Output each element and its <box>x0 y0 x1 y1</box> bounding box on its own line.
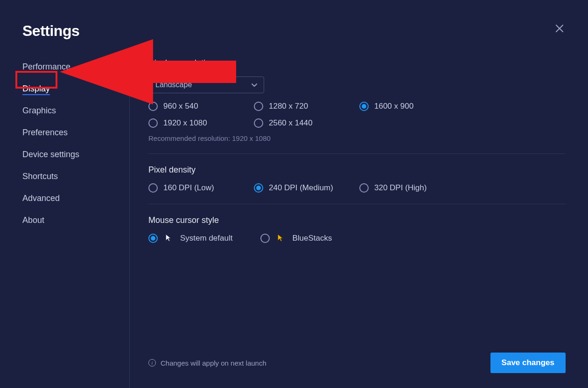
cursor-option-bluestacks[interactable]: BlueStacks <box>260 234 332 243</box>
sidebar-item-label: Performance <box>22 62 70 71</box>
footer: i Changes will apply on next launch Save… <box>148 343 566 388</box>
radio-icon <box>254 118 263 128</box>
radio-label: BlueStacks <box>292 234 332 243</box>
resolution-hint: Recommended resolution: 1920 x 1080 <box>148 134 566 142</box>
sidebar-item-device-settings[interactable]: Device settings <box>22 146 120 163</box>
dpi-options: 160 DPI (Low) 240 DPI (Medium) 320 DPI (… <box>148 183 566 193</box>
radio-icon <box>359 102 369 111</box>
radio-label: 1920 x 1080 <box>163 118 207 128</box>
radio-icon <box>148 118 158 128</box>
notice-text: Changes will apply on next launch <box>161 359 266 367</box>
sidebar-item-label: Display <box>22 84 50 95</box>
select-value: Landscape <box>155 81 192 89</box>
sidebar-item-advanced[interactable]: Advanced <box>22 190 120 207</box>
radio-label: System default <box>180 234 232 243</box>
dpi-option-160[interactable]: 160 DPI (Low) <box>148 183 254 193</box>
radio-icon <box>254 183 263 193</box>
launch-notice: i Changes will apply on next launch <box>148 359 266 367</box>
sidebar-item-about[interactable]: About <box>22 212 120 229</box>
resolution-option-2560x1440[interactable]: 2560 x 1440 <box>254 118 359 128</box>
radio-label: 1600 x 900 <box>374 102 413 111</box>
close-icon <box>555 23 564 35</box>
sidebar-item-label: Preferences <box>22 128 68 137</box>
radio-icon <box>148 102 158 111</box>
resolution-option-960x540[interactable]: 960 x 540 <box>148 102 254 111</box>
dpi-option-320[interactable]: 320 DPI (High) <box>359 183 465 193</box>
save-changes-button[interactable]: Save changes <box>490 353 566 373</box>
sidebar-item-label: Graphics <box>22 106 56 115</box>
radio-label: 240 DPI (Medium) <box>269 183 333 193</box>
sidebar-item-label: Advanced <box>22 194 60 203</box>
section-title: Pixel density <box>148 165 566 175</box>
sidebar-item-shortcuts[interactable]: Shortcuts <box>22 168 120 185</box>
cursor-options: System default BlueStacks <box>148 234 566 243</box>
section-title: Display resolution <box>148 58 566 68</box>
radio-icon <box>359 183 369 193</box>
sidebar-item-performance[interactable]: Performance <box>22 58 120 76</box>
radio-icon <box>148 234 158 243</box>
sidebar-item-label: Device settings <box>22 150 79 159</box>
info-icon: i <box>148 359 156 367</box>
resolution-option-1280x720[interactable]: 1280 x 720 <box>254 102 359 111</box>
dpi-option-240[interactable]: 240 DPI (Medium) <box>254 183 359 193</box>
chevron-down-icon <box>252 81 257 89</box>
radio-icon <box>148 183 158 193</box>
sidebar-item-label: About <box>22 215 44 225</box>
section-title: Mouse cursor style <box>148 215 566 225</box>
cursor-bluestacks-icon <box>276 234 286 243</box>
resolution-options: 960 x 540 1280 x 720 1600 x 900 1920 x 1… <box>148 102 566 128</box>
sidebar-item-preferences[interactable]: Preferences <box>22 124 120 141</box>
section-cursor-style: Mouse cursor style System default <box>148 215 566 254</box>
cursor-system-icon <box>164 234 174 243</box>
section-pixel-density: Pixel density 160 DPI (Low) 240 DPI (Med… <box>148 165 566 204</box>
cursor-option-system[interactable]: System default <box>148 234 232 243</box>
radio-label: 320 DPI (High) <box>374 183 427 193</box>
section-display-resolution: Display resolution Landscape 960 x 540 1… <box>148 58 566 154</box>
radio-icon <box>260 234 270 243</box>
radio-label: 2560 x 1440 <box>269 118 313 128</box>
sidebar-item-label: Shortcuts <box>22 172 58 181</box>
page-title: Settings <box>22 22 79 40</box>
radio-label: 160 DPI (Low) <box>163 183 214 193</box>
resolution-option-1600x900[interactable]: 1600 x 900 <box>359 102 465 111</box>
radio-icon <box>254 102 263 111</box>
orientation-select[interactable]: Landscape <box>148 76 264 93</box>
radio-label: 1280 x 720 <box>269 102 308 111</box>
close-button[interactable] <box>553 22 566 36</box>
resolution-option-1920x1080[interactable]: 1920 x 1080 <box>148 118 254 128</box>
main-panel: Display resolution Landscape 960 x 540 1… <box>130 58 566 388</box>
radio-label: 960 x 540 <box>163 102 198 111</box>
sidebar-item-graphics[interactable]: Graphics <box>22 102 120 119</box>
sidebar-item-display[interactable]: Display <box>22 80 120 97</box>
sidebar: Performance Display Graphics Preferences… <box>22 58 130 388</box>
